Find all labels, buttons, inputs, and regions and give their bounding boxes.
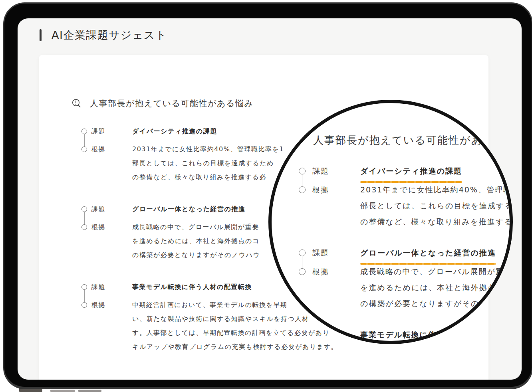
feature-screenshot: AI企業課題サジェスト 人事部長が抱えている可能性がある悩み bbox=[0, 0, 532, 392]
suggestion-heading-text: 人事部長が抱えている可能性がある悩み bbox=[90, 98, 253, 109]
basis-bullet bbox=[299, 268, 306, 275]
timeline-connector bbox=[84, 212, 85, 224]
basis-text: 成長戦略の中で、グローバル展開が重要 を進めるためには、本社と海外拠点のコ の構… bbox=[360, 263, 513, 311]
basis-bullet bbox=[81, 224, 87, 230]
list-item: 課題 グローバル一体となった経営の推進 根拠 成長戦略の中で、グローバル展開が重… bbox=[299, 245, 513, 311]
issue-label: 課題 bbox=[91, 280, 132, 294]
timeline-connector bbox=[302, 174, 303, 186]
tablet-frame: AI企業課題サジェスト 人事部長が抱えている可能性がある悩み bbox=[3, 2, 532, 389]
suggestion-heading: 人事部長が抱えている可能性がある悩み bbox=[71, 98, 253, 109]
page-title-row: AI企業課題サジェスト bbox=[40, 28, 167, 42]
accent-underline bbox=[360, 263, 496, 265]
magnifier-circle: 人事部長が抱えている可能性がある悩み 課題 ダイバーシティ推進の課題 根拠 20… bbox=[268, 100, 513, 344]
issue-label: 課題 bbox=[312, 245, 360, 261]
keyboard-fragment bbox=[50, 390, 75, 392]
issue-bullet bbox=[81, 284, 87, 290]
basis-label: 根拠 bbox=[91, 142, 132, 184]
issue-bullet bbox=[299, 249, 306, 256]
issue-title: グローバル一体となった経営の推進 bbox=[360, 245, 513, 261]
basis-text: 2031年までに女性比率約40%、管理職比率を1 部長としては、これらの目標を達… bbox=[360, 182, 513, 230]
timeline-connector bbox=[302, 256, 303, 268]
issue-title: ダイバーシティ推進の課題 bbox=[360, 163, 513, 179]
timeline-connector bbox=[84, 134, 85, 147]
list-item: 課題 ダイバーシティ推進の課題 根拠 2031年までに女性比率約40%、管理職比… bbox=[299, 163, 513, 230]
accent-underline bbox=[360, 181, 462, 183]
issue-bullet bbox=[81, 129, 87, 134]
basis-bullet bbox=[81, 302, 87, 308]
issue-label: 課題 bbox=[91, 124, 132, 138]
basis-label: 根拠 bbox=[91, 298, 132, 354]
basis-bullet bbox=[299, 186, 306, 193]
issue-label: 課題 bbox=[312, 163, 360, 179]
timeline-connector bbox=[84, 290, 85, 302]
screen: AI企業課題サジェスト 人事部長が抱えている可能性がある悩み bbox=[18, 18, 522, 380]
issue-label: 課題 bbox=[91, 202, 132, 216]
page-title: AI企業課題サジェスト bbox=[52, 28, 167, 42]
keyboard-fragment bbox=[78, 390, 101, 392]
issue-bullet bbox=[81, 206, 87, 212]
basis-label: 根拠 bbox=[91, 220, 132, 262]
basis-label: 根拠 bbox=[312, 263, 360, 311]
search-alert-icon bbox=[71, 98, 81, 109]
basis-label: 根拠 bbox=[312, 182, 360, 230]
issue-bullet bbox=[299, 168, 306, 174]
title-accent-bar bbox=[40, 29, 42, 41]
basis-bullet bbox=[81, 147, 87, 152]
